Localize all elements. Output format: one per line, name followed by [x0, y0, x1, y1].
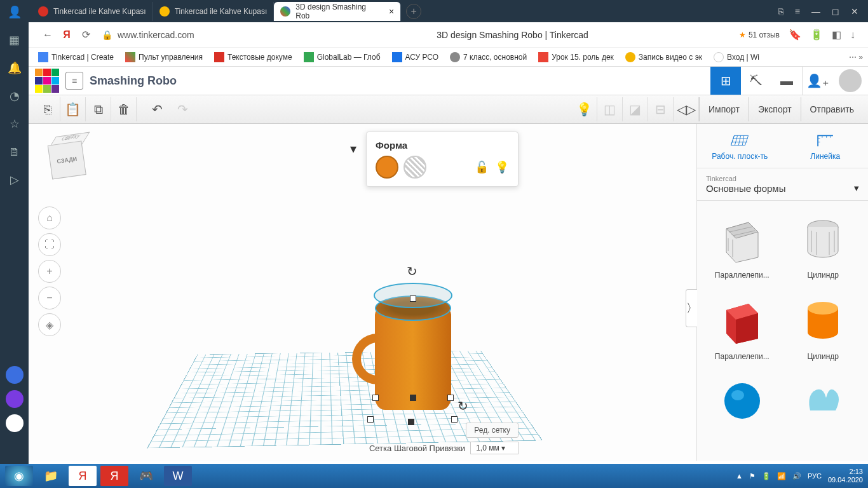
clock-icon[interactable]: ◔ [8, 89, 22, 103]
flag-icon[interactable]: ⚑ [749, 472, 756, 480]
bookmark-item[interactable]: Запись видео с эк [625, 52, 702, 62]
selection-handle[interactable] [372, 395, 379, 401]
tab-1[interactable]: Tinkercad ile Kahve Kupası [32, 2, 153, 21]
explorer-icon[interactable]: 📁 [37, 466, 65, 486]
align-button[interactable]: ⊟ [648, 97, 674, 121]
bookmark-item[interactable]: Текстовые докуме [214, 52, 292, 62]
tab-3-active[interactable]: 3D design Smashing Rob × [274, 2, 401, 21]
bookmark-more-icon[interactable]: ⋯ » [849, 53, 868, 62]
rating-badge[interactable]: ★51 отзыв [739, 30, 780, 39]
bookmark-item[interactable]: Вход | Wi [714, 52, 759, 62]
bookmark-icon[interactable]: 🔖 [789, 29, 801, 41]
send-button[interactable]: Отправить [801, 97, 863, 121]
collapse-caret-icon[interactable]: ▾ [350, 141, 356, 156]
start-button[interactable]: ◉ [5, 466, 33, 486]
shape-cylinder-hole[interactable]: Цилиндр [787, 210, 860, 280]
canvas[interactable]: СВЕРХУ СЗАДИ ⌂ ⛶ + − ◈ [0, 124, 696, 461]
yandex-button[interactable]: Я [57, 25, 76, 44]
bookmark-item[interactable]: Урок 15. роль дек [538, 52, 614, 62]
panel-icon[interactable]: ⎘ [778, 6, 783, 17]
close-window-icon[interactable]: ✕ [851, 6, 858, 17]
minecraft-button[interactable]: ⛏ [741, 67, 771, 95]
viewcube[interactable]: СВЕРХУ СЗАДИ [41, 133, 92, 184]
lock-icon[interactable]: 🔓 [475, 160, 489, 174]
snap-select[interactable]: 1,0 мм ▾ [470, 442, 519, 454]
network-icon[interactable]: 📶 [777, 472, 786, 480]
bulb-button[interactable]: 💡 [572, 97, 597, 121]
selection-handle[interactable] [367, 416, 374, 423]
volume-icon[interactable]: 🔊 [792, 472, 801, 480]
word-icon[interactable]: W [164, 466, 192, 486]
shape-sphere[interactable] [706, 372, 778, 430]
solid-color-swatch[interactable] [376, 156, 398, 179]
user-avatar[interactable] [839, 69, 862, 92]
project-menu-button[interactable]: ≡ [65, 72, 83, 90]
bookmark-item[interactable]: Tinkercad | Create [38, 52, 114, 62]
bookmark-item[interactable]: GlobalLab — Глоб [304, 52, 381, 62]
battery-icon[interactable]: 🔋 [810, 29, 823, 41]
zoom-in-button[interactable]: + [38, 260, 61, 283]
category-dropdown[interactable]: Tinkercad Основные формы▾ [697, 168, 868, 201]
delete-button[interactable]: 🗑 [111, 97, 137, 121]
invite-button[interactable]: 👤₊ [802, 67, 832, 95]
paste-button[interactable]: 📋 [60, 97, 86, 121]
lang-indicator[interactable]: РУС [808, 472, 822, 480]
mirror-button[interactable]: ◁▷ [674, 97, 699, 121]
yandex-app-icon[interactable]: Я [100, 466, 128, 486]
selection-handle[interactable] [447, 395, 454, 401]
star-icon[interactable]: ☆ [8, 117, 22, 131]
project-name[interactable]: Smashing Robo [90, 74, 177, 88]
blocks-view-button[interactable]: ⊞ [710, 67, 741, 95]
ortho-button[interactable]: ◈ [38, 313, 61, 336]
reload-button[interactable]: ⟳ [76, 25, 95, 44]
url-field[interactable]: 🔒 www.tinkercad.com [95, 30, 286, 40]
assistant-icon-3[interactable] [6, 414, 24, 432]
assistant-icon-1[interactable] [6, 366, 24, 384]
rotate-arrow-icon[interactable]: ↻ [458, 398, 468, 414]
bookmark-item[interactable]: 7 класс, основной [450, 52, 527, 62]
viewcube-front[interactable]: СЗАДИ [48, 140, 86, 179]
game-icon[interactable]: 🎮 [132, 466, 160, 486]
shape-box-hole[interactable]: Параллелепи... [706, 210, 778, 280]
fit-view-button[interactable]: ⛶ [38, 233, 61, 256]
bell-icon[interactable]: 🔔 [8, 61, 22, 75]
import-button[interactable]: Импорт [699, 97, 749, 121]
ruler-tool[interactable]: Линейка [783, 124, 869, 168]
apps-icon[interactable]: ▦ [8, 33, 22, 47]
shape-cylinder-solid[interactable]: Цилиндр [787, 291, 860, 361]
ungroup-button[interactable]: ◪ [623, 97, 648, 121]
panel-collapse-button[interactable]: 〉 [686, 289, 697, 327]
assistant-icon-2[interactable] [6, 390, 24, 408]
selection-handle[interactable] [451, 416, 458, 423]
selection-handle-top[interactable] [410, 295, 416, 302]
tray-up-icon[interactable]: ▲ [736, 472, 743, 480]
download-icon[interactable]: ↓ [850, 29, 855, 41]
home-view-button[interactable]: ⌂ [38, 207, 61, 229]
minimize-icon[interactable]: — [811, 6, 820, 17]
menu-icon[interactable]: ≡ [795, 6, 800, 17]
shape-box-solid[interactable]: Параллелепи... [706, 291, 778, 361]
undo-button[interactable]: ↶ [144, 97, 170, 121]
yandex-browser-icon[interactable]: Я [69, 466, 97, 486]
newtab-button[interactable]: + [406, 4, 421, 19]
workplane-tool[interactable]: Рабоч. плоск-ть [697, 124, 783, 168]
lego-button[interactable]: ▬ [771, 67, 802, 95]
tinkercad-logo[interactable] [35, 69, 59, 93]
hole-swatch[interactable] [403, 156, 426, 179]
play-icon[interactable]: ▷ [8, 173, 22, 187]
selection-handle[interactable] [410, 395, 416, 401]
zoom-out-button[interactable]: − [38, 287, 61, 309]
clock[interactable]: 2:13 09.04.2020 [828, 468, 863, 484]
tab-2[interactable]: Tinkercad ile Kahve Kupası [153, 2, 275, 21]
notes-icon[interactable]: 🗎 [8, 145, 22, 159]
export-button[interactable]: Экспорт [749, 97, 801, 121]
redo-button[interactable]: ↷ [170, 97, 195, 121]
shape-scribble[interactable] [787, 372, 860, 430]
maximize-icon[interactable]: ◻ [832, 6, 839, 17]
copy-button[interactable]: ⎘ [35, 97, 60, 121]
duplicate-button[interactable]: ⧉ [86, 97, 111, 121]
bookmark-item[interactable]: АСУ РСО [392, 52, 439, 62]
close-icon[interactable]: × [389, 6, 394, 17]
bulb-icon[interactable]: 💡 [495, 160, 509, 174]
bookmark-item[interactable]: Пульт управления [125, 52, 203, 62]
